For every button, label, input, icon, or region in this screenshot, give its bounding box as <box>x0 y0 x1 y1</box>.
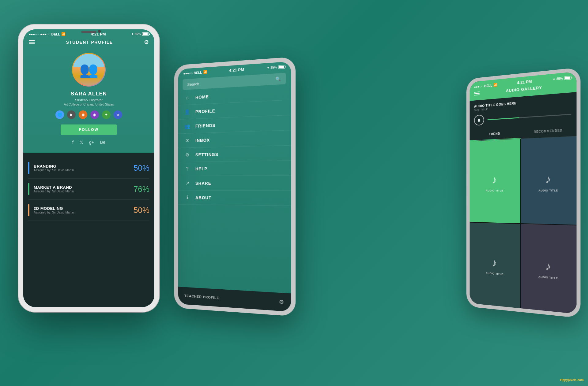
progress-bar[interactable] <box>488 114 571 120</box>
facebook-link[interactable]: f <box>72 140 74 145</box>
teacher-gear-icon[interactable]: ⚙ <box>279 298 284 306</box>
help-icon: ? <box>184 166 190 172</box>
audio-card-1[interactable]: ♪ AUDIO TITLE <box>470 139 520 223</box>
audio-card-2[interactable]: ♪ AUDIO TITLE <box>521 136 577 225</box>
settings-icon-phone1[interactable]: ⚙ <box>144 39 149 46</box>
avatar-section: SARA ALLEN Student- Illustrator Art Coll… <box>23 48 154 153</box>
course-item-3d: 3D Modeling Assigned by: Sir David Marti… <box>28 200 149 221</box>
menu-label-help: HELP <box>195 166 207 171</box>
teacher-profile-label: TEACHER PROFILE <box>184 294 219 300</box>
course-name-market: MARKET A BRAND <box>34 185 134 190</box>
music-note-icon-2: ♪ <box>545 173 551 186</box>
inbox-icon: ✉ <box>184 138 190 143</box>
menu-item-about[interactable]: ℹ ABOUT <box>178 191 291 206</box>
menu-label-home: HOME <box>195 94 209 100</box>
social-icon-music[interactable]: ▶ <box>67 110 76 119</box>
carrier-label-phone1: ●●●○○ BELL <box>40 32 60 36</box>
battery-icon-phone2 <box>278 65 285 69</box>
course-info-branding: BRANDING Assigned by: Sir David Martin <box>34 164 134 172</box>
audio-card-4[interactable]: ♪ AUDIO TITLE <box>521 224 577 314</box>
phone2-screen-area: ●●●○○ BELL 📶 4:21 PM ✦ 85% Search 🔍 <box>178 61 291 312</box>
social-icon-blue2[interactable]: ◈ <box>114 110 122 119</box>
wifi-icon-phone2: 📶 <box>203 70 207 74</box>
course-item-branding: BRANDING Assigned by: Sir David Martin 5… <box>28 158 149 179</box>
profile-icon: 👤 <box>184 109 190 115</box>
status-left-phone2: ●●●○○ BELL 📶 <box>183 70 207 76</box>
user-name: SARA ALLEN <box>71 91 107 97</box>
watermark-text-colored: pixels <box>568 378 576 382</box>
course-item-market: MARKET A BRAND Assigned by: Sir David Ma… <box>28 179 149 200</box>
social-icon-green[interactable]: ✦ <box>102 110 111 119</box>
music-note-icon-1: ♪ <box>492 173 497 186</box>
watermark: zippypixels.com <box>560 378 584 382</box>
carrier-phone2: ●●●○○ BELL <box>183 70 202 75</box>
course-percent-3d: 50% <box>134 206 149 215</box>
social-icon-globe[interactable]: 🌐 <box>55 110 64 119</box>
course-bar-3d <box>28 204 29 216</box>
phone2-frame: ●●●○○ BELL 📶 4:21 PM ✦ 85% Search 🔍 <box>174 57 296 317</box>
pause-button[interactable]: ⏸ <box>474 114 484 126</box>
phone1-frame: ●●●○○ ●●●○○ BELL 📶 4:21 PM ✦ 85% <box>18 24 159 312</box>
course-info-market: MARKET A BRAND Assigned by: Sir David Ma… <box>34 185 134 193</box>
hamburger-icon-phone3[interactable] <box>474 91 480 95</box>
battery-icon-phone3 <box>564 76 571 80</box>
front-camera <box>98 30 101 33</box>
audio-card-label-1: AUDIO TITLE <box>486 189 503 192</box>
music-note-icon-3: ♪ <box>492 257 497 269</box>
ham-line-2-p3 <box>474 93 480 94</box>
twitter-link[interactable]: 𝕏 <box>80 140 83 145</box>
hamburger-line-2 <box>29 42 35 43</box>
googleplus-link[interactable]: g+ <box>89 140 94 145</box>
status-left-phone1: ●●●○○ ●●●○○ BELL 📶 <box>29 32 66 36</box>
menu-item-settings[interactable]: ⚙ SETTINGS <box>178 146 291 162</box>
status-right-phone3: ✦ 85% <box>553 76 571 81</box>
battery-fill-phone3 <box>565 76 570 79</box>
search-placeholder: Search <box>187 81 199 87</box>
progress-fill <box>488 117 520 120</box>
audio-card-label-2: AUDIO TITLE <box>538 189 558 192</box>
phone3-screen: ●●●○○ BELL 📶 4:21 PM ✦ 85% <box>470 72 577 314</box>
batt-phone3: 85% <box>556 77 563 81</box>
hamburger-menu-icon[interactable] <box>29 40 35 44</box>
hamburger-line-1 <box>29 40 35 41</box>
menu-item-help[interactable]: ? HELP <box>178 161 291 176</box>
user-school: Art College of Chicago United States <box>64 103 114 106</box>
follow-button[interactable]: FOLLOW <box>61 124 117 135</box>
course-name-branding: BRANDING <box>34 164 134 169</box>
audio-card-label-4: AUDIO TITLE <box>538 275 558 280</box>
menu-label-inbox: INBOX <box>195 138 210 143</box>
menu-list: ⌂ HOME 👤 PROFILE 👥 FRIENDS ✉ INBOX ⚙ <box>178 85 291 206</box>
social-icon-orange[interactable]: ◉ <box>79 110 87 119</box>
menu-item-share[interactable]: ↗ SHARE <box>178 176 291 191</box>
bluetooth-icon-phone1: ✦ <box>131 32 134 36</box>
search-icon: 🔍 <box>275 76 281 81</box>
music-note-icon-4: ♪ <box>545 260 551 273</box>
teacher-profile-bar[interactable]: TEACHER PROFILE ⚙ <box>178 287 291 312</box>
home-icon: ⌂ <box>184 95 190 101</box>
status-left-phone3: ●●●○○ BELL 📶 <box>474 83 497 89</box>
settings-icon-menu: ⚙ <box>184 152 190 158</box>
wifi-icon-phone1: 📶 <box>61 32 66 36</box>
social-icon-purple[interactable]: ◉ <box>90 110 99 119</box>
phone1-screen: ●●●○○ ●●●○○ BELL 📶 4:21 PM ✦ 85% <box>23 29 154 307</box>
course-name-3d: 3D Modeling <box>34 206 134 211</box>
hamburger-line-3 <box>29 43 35 44</box>
menu-label-about: ABOUT <box>195 195 211 200</box>
player-controls: ⏸ <box>474 108 571 126</box>
status-right-phone2: ✦ 85% <box>267 65 285 69</box>
status-bar-phone1: ●●●○○ ●●●○○ BELL 📶 4:21 PM ✦ 85% <box>23 29 154 38</box>
course-assigned-market: Assigned by: Sir David Martin <box>34 190 134 193</box>
social-icons-row: 🌐 ▶ ◉ ◉ ✦ ◈ <box>55 110 122 119</box>
course-percent-market: 76% <box>134 184 149 194</box>
menu-label-share: SHARE <box>195 181 211 186</box>
audio-card-3[interactable]: ♪ AUDIO TITLE <box>470 222 520 308</box>
phone2-screen: ●●●○○ BELL 📶 4:21 PM ✦ 85% Search 🔍 <box>178 61 291 312</box>
battery-fill-phone1 <box>143 33 148 35</box>
menu-label-friends: FRIENDS <box>195 123 216 128</box>
batt-phone2: 85% <box>270 65 277 69</box>
behance-link[interactable]: Bē <box>100 140 105 145</box>
course-assigned-3d: Assigned by: Sir David Martin <box>34 211 134 214</box>
signal-dots-phone1: ●●●○○ <box>29 32 39 36</box>
course-bar-market <box>28 183 29 195</box>
bt-phone2: ✦ <box>267 66 269 70</box>
